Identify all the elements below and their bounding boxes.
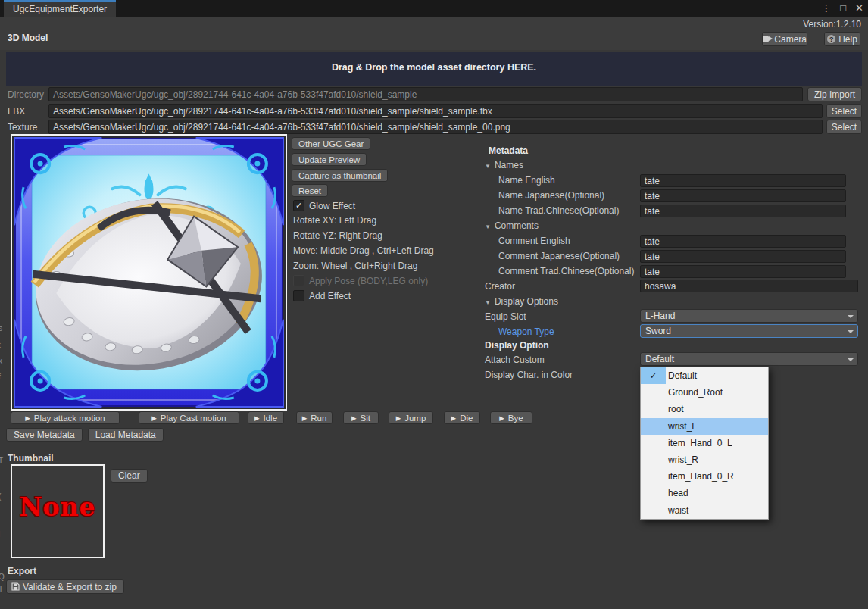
creator-label: Creator	[485, 281, 515, 292]
save-icon	[11, 582, 20, 591]
popup-item-waist[interactable]: waist	[641, 502, 768, 519]
fbx-select-button[interactable]: Select	[826, 104, 862, 118]
model-drop-zone[interactable]: Drag & Drop the model asset directory HE…	[6, 52, 862, 86]
comment-english-label: Comment English	[498, 236, 570, 246]
load-metadata-button[interactable]: Load Metadata	[88, 428, 164, 442]
display-char-label: Display Char. in Color	[485, 370, 573, 380]
thumbnail-preview: None	[11, 464, 105, 558]
play-icon: ▶	[499, 414, 504, 421]
names-foldout[interactable]: ▼ Names	[485, 160, 523, 170]
drop-zone-text: Drag & Drop the model asset directory HE…	[332, 62, 536, 73]
camera-button[interactable]: Camera	[762, 32, 807, 46]
equip-slot-dropdown[interactable]: L-Hand	[640, 309, 858, 323]
maximize-icon[interactable]: □	[840, 0, 846, 17]
name-japanese-label: Name Japanese(Optional)	[498, 190, 604, 201]
comment-english-field[interactable]: tate	[640, 235, 846, 248]
update-preview-button[interactable]: Update Preview	[292, 153, 367, 166]
popup-item-item-hand-0-l[interactable]: item_Hand_0_L	[641, 435, 768, 451]
jump-button[interactable]: ▶ Jump	[389, 411, 433, 424]
sit-button[interactable]: ▶ Sit	[343, 411, 379, 424]
texture-label: Texture	[8, 120, 37, 134]
title-bar: UgcEquipmentExporter ⋮ □ ✕	[0, 0, 868, 17]
foldout-open-icon: ▼	[485, 162, 491, 169]
bye-button[interactable]: ▶ Bye	[490, 411, 532, 424]
play-attack-motion-button[interactable]: ▶ Play attack motion	[11, 411, 120, 424]
popup-item-wrist-r[interactable]: wrist_R	[641, 451, 768, 468]
close-icon[interactable]: ✕	[855, 0, 863, 17]
selected-check-icon: ✓	[641, 367, 666, 384]
play-icon: ▶	[302, 414, 308, 421]
attach-custom-label: Attach Custom	[485, 354, 545, 365]
checkbox-empty-icon	[293, 275, 304, 286]
chevron-down-icon	[848, 315, 854, 318]
comment-chinese-label: Comment Trad.Chinese(Optional)	[498, 266, 634, 276]
directory-field[interactable]: Assets/GensoMakerUgc/ugc_obj/28921744-64…	[48, 87, 803, 102]
name-japanese-field[interactable]: tate	[640, 189, 846, 202]
attach-custom-dropdown[interactable]: Default	[640, 352, 858, 366]
weapon-type-dropdown[interactable]: Sword	[640, 324, 858, 338]
popup-item-root[interactable]: root	[641, 401, 768, 417]
popup-item-ground-root[interactable]: Ground_Root	[641, 384, 768, 401]
other-ugc-gear-button[interactable]: Other UGC Gear	[292, 137, 370, 150]
validate-export-button[interactable]: Validate & Export to zip	[6, 579, 124, 594]
play-icon: ▶	[25, 414, 30, 421]
chevron-down-icon	[848, 330, 854, 333]
name-english-field[interactable]: tate	[640, 174, 846, 187]
play-icon: ▶	[351, 414, 357, 421]
tab-ugc-equipment-exporter[interactable]: UgcEquipmentExporter	[4, 0, 116, 17]
toolbar: Version:1.2.10 3D Model Camera ? Help	[0, 17, 868, 50]
popup-item-wrist-l[interactable]: wrist_L	[641, 418, 768, 435]
page-title: 3D Model	[8, 33, 48, 43]
display-option-header: Display Option	[485, 340, 549, 351]
name-english-label: Name English	[498, 175, 555, 186]
metadata-header: Metadata	[489, 145, 528, 156]
capture-thumbnail-button[interactable]: Capture as thumbnail	[292, 169, 388, 182]
hint-zoom: Zoom: Wheel , Ctrl+Right Drag	[293, 261, 417, 271]
tab-title: UgcEquipmentExporter	[13, 4, 107, 14]
ugc-equipment-exporter-window: UgcEquipmentExporter ⋮ □ ✕ Version:1.2.1…	[0, 0, 868, 609]
run-button[interactable]: ▶ Run	[296, 411, 333, 424]
comment-japanese-field[interactable]: tate	[640, 250, 846, 263]
die-button[interactable]: ▶ Die	[444, 411, 480, 424]
clear-thumbnail-button[interactable]: Clear	[111, 469, 148, 483]
checkbox-empty-icon	[293, 290, 304, 301]
fbx-field[interactable]: Assets/GensoMakerUgc/ugc_obj/28921744-64…	[48, 104, 823, 118]
foldout-open-icon: ▼	[485, 298, 491, 305]
reset-button[interactable]: Reset	[292, 184, 328, 197]
foldout-open-icon: ▼	[485, 223, 491, 230]
thumbnail-none-text: None	[19, 492, 95, 522]
hint-rotate-xy: Rotate XY: Left Drag	[293, 215, 376, 226]
comments-foldout[interactable]: ▼ Comments	[485, 220, 539, 231]
comment-chinese-field[interactable]: tate	[640, 265, 846, 278]
popup-item-head[interactable]: head	[641, 485, 768, 501]
left-edge-clipped-text: s t k f T ( l Q T	[0, 0, 5, 609]
hint-move: Move: Middle Drag , Ctrl+Left Drag	[293, 245, 434, 256]
save-metadata-button[interactable]: Save Metadata	[6, 428, 83, 442]
texture-field[interactable]: Assets/GensoMakerUgc/ugc_obj/28921744-64…	[48, 120, 823, 134]
window-menu-icon[interactable]: ⋮	[821, 0, 831, 17]
attach-custom-popup: ✓ Default Ground_Root root wrist_L item_…	[640, 367, 769, 520]
thumbnail-header: Thumbnail	[8, 453, 54, 464]
apply-pose-checkbox: Apply Pose (BODY,LEG only)	[293, 275, 428, 286]
play-cast-motion-button[interactable]: ▶ Play Cast motion	[139, 411, 239, 424]
comment-japanese-label: Comment Japanese(Optional)	[498, 251, 620, 261]
play-icon: ▶	[451, 414, 457, 421]
play-icon: ▶	[396, 414, 401, 421]
add-effect-checkbox[interactable]: Add Effect	[293, 290, 351, 301]
hint-rotate-yz: Rotate YZ: Right Drag	[293, 230, 382, 241]
display-options-foldout[interactable]: ▼ Display Options	[485, 296, 558, 307]
name-chinese-field[interactable]: tate	[640, 205, 846, 217]
help-button[interactable]: ? Help	[824, 32, 860, 46]
popup-item-default[interactable]: ✓ Default	[641, 367, 768, 384]
zip-import-button[interactable]: Zip Import	[807, 87, 862, 102]
glow-effect-checkbox[interactable]: ✓ Glow Effect	[293, 200, 355, 211]
popup-item-item-hand-0-r[interactable]: item_Hand_0_R	[641, 468, 768, 485]
weapon-type-label: Weapon Type	[498, 326, 554, 337]
idle-button[interactable]: ▶ Idle	[248, 411, 284, 424]
name-chinese-label: Name Trad.Chinese(Optional)	[498, 205, 619, 216]
chevron-down-icon	[848, 358, 854, 361]
export-header: Export	[8, 566, 36, 576]
texture-select-button[interactable]: Select	[826, 120, 862, 134]
model-preview-viewport[interactable]	[11, 134, 287, 411]
creator-field[interactable]: hosawa	[640, 280, 858, 292]
